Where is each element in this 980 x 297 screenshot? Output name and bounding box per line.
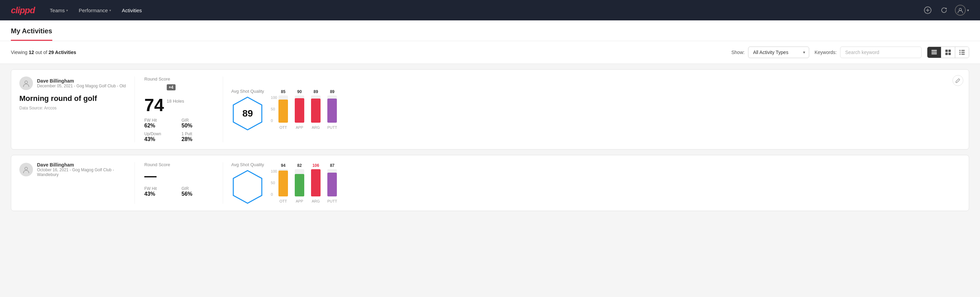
sub-header: My Activities [0,21,980,41]
bar-fill [311,99,321,123]
stat-fw-hit: FW Hit 62% [144,118,176,129]
main-header: clippd Teams ▾ Performance ▾ Activities [0,0,980,21]
main-nav: Teams ▾ Performance ▾ Activities [46,5,146,16]
add-icon[interactable] [922,5,933,16]
user-info: Dave Billingham December 05, 2021 - Gog … [37,78,126,88]
bar-fill [311,169,321,196]
stat-value: 50% [182,123,213,129]
round-score-label: Round Score [144,77,213,81]
activity-card: Dave Billingham December 05, 2021 - Gog … [11,69,969,150]
stat-updown: Up/Down 43% [144,131,176,142]
svg-rect-4 [931,50,937,51]
svg-rect-15 [959,54,961,55]
bar-ott: 94 OTT [278,163,288,203]
bar-arg: 106 ARG [311,163,321,203]
svg-rect-8 [948,50,951,52]
stat-label: GIR [182,186,213,191]
bar-container [278,169,288,196]
hexagon-container: 89 [231,96,264,131]
bar-container [327,169,337,196]
bar-value: 90 [297,89,302,94]
keywords-label: Keywords: [815,50,837,55]
page-title: My Activities [11,21,52,41]
bar-putt: 87 PUTT [327,163,337,203]
hexagon-score: 89 [242,108,253,119]
round-score-row: — [144,170,213,182]
card-left: Dave Billingham October 16, 2021 - Gog M… [19,162,135,204]
bar-putt: 89 PUTT [327,89,337,129]
refresh-icon[interactable] [939,5,950,16]
score-value: 74 [144,96,164,114]
bar-container [295,169,304,196]
nav-teams[interactable]: Teams ▾ [46,5,72,16]
bar-ott: 85 OTT [278,89,288,129]
stat-value: 43% [144,136,176,142]
bar-label: ARG [312,125,320,129]
quality-label: Avg Shot Quality [231,162,264,167]
user-date: December 05, 2021 - Gog Magog Golf Club … [37,84,126,88]
bar-app: 90 APP [295,89,304,129]
svg-rect-13 [959,52,961,53]
keyword-input[interactable] [840,46,921,58]
avatar [19,163,33,176]
grid-view-button[interactable] [941,47,955,58]
bar-value: 106 [312,163,319,168]
svg-rect-5 [931,52,937,53]
view-toggle [927,46,969,58]
round-score-label: Round Score [144,162,213,167]
stat-value: 28% [182,136,213,142]
score-badge: +4 [167,84,175,90]
activity-card: Dave Billingham October 16, 2021 - Gog M… [11,155,969,211]
stat-label: FW Hit [144,186,176,191]
bar-label: PUTT [327,125,337,129]
svg-point-17 [25,81,27,84]
bar-value: 82 [297,163,302,168]
user-date: October 16, 2021 - Gog Magog Golf Club -… [37,168,126,177]
svg-rect-16 [961,54,965,55]
bar-label: OTT [280,199,287,203]
viewing-count: Viewing 12 out of 29 Activities [11,50,726,55]
bar-container [311,96,321,123]
svg-marker-20 [233,171,262,203]
score-holes: 18 Holes [167,99,184,105]
bar-fill [278,99,288,123]
stat-label: 1 Putt [182,131,213,136]
svg-rect-14 [961,52,965,53]
nav-activities[interactable]: Activities [118,5,146,16]
user-row: Dave Billingham December 05, 2021 - Gog … [19,77,126,90]
chart-y-labels: 100 50 0 [271,96,278,123]
stats-grid: FW Hit 43% GIR 56% [144,186,213,197]
logo: clippd [11,5,35,16]
card-stats: Round Score — FW Hit 43% GIR 56% [135,162,223,204]
header-right: ▾ [922,5,969,16]
list-dense-view-button[interactable] [928,47,941,58]
hexagon [232,170,263,204]
activity-type-select[interactable]: All Activity Types [748,46,809,58]
bar-label: ARG [312,199,320,203]
user-avatar-button[interactable]: ▾ [955,5,969,16]
shot-quality-chart: 100 50 0 85 OTT 90 [271,89,953,129]
keywords-filter: Keywords: [815,46,921,58]
svg-point-19 [25,167,27,170]
svg-rect-9 [945,53,948,55]
bar-fill [295,98,304,123]
stat-value: 43% [144,191,176,197]
bar-container [311,169,321,196]
svg-rect-7 [945,50,948,52]
bar-container [327,96,337,123]
user-name: Dave Billingham [37,78,126,84]
card-left: Dave Billingham December 05, 2021 - Gog … [19,77,135,142]
bar-label: PUTT [327,199,337,203]
edit-button[interactable] [953,75,963,86]
bar-container [278,96,288,123]
header-left: clippd Teams ▾ Performance ▾ Activities [11,5,146,16]
filter-bar: Viewing 12 out of 29 Activities Show: Al… [0,41,980,64]
show-label: Show: [732,50,745,55]
bar-value: 89 [313,89,318,94]
svg-rect-6 [931,53,937,54]
list-view-button[interactable] [955,47,969,58]
nav-performance[interactable]: Performance ▾ [75,5,115,16]
chart-bars: 85 OTT 90 APP [278,89,953,129]
performance-chevron-icon: ▾ [109,8,111,12]
bar-value: 94 [281,163,285,168]
